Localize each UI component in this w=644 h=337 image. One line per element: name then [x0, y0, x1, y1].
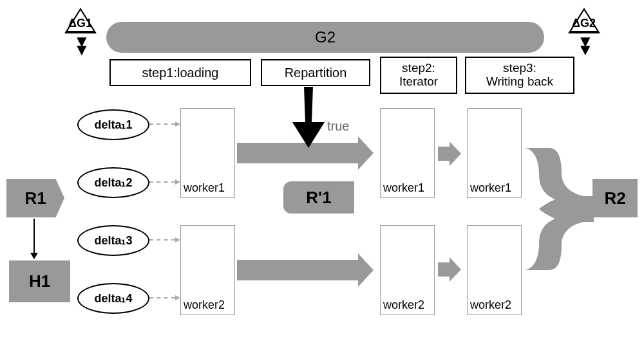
label-dg2: ΔG2 — [572, 17, 596, 30]
svg-marker-0 — [292, 87, 325, 148]
arrow-d2 — [149, 181, 175, 183]
r1-tag: R1 — [6, 179, 64, 217]
delta4: delta₁4 — [77, 283, 149, 314]
arrow-dg2: ▼▼ — [577, 37, 594, 54]
pipeline-diagram: ΔG1 ▼▼ ΔG2 ▼▼ G2 step1:loading Repartiti… — [6, 6, 638, 331]
g2-bar: G2 — [106, 22, 544, 53]
step3-label: step3: Writing back — [486, 62, 553, 89]
iter-worker2: worker2 — [380, 225, 435, 315]
step1-box: step1:loading — [109, 59, 251, 86]
step2-label: step2: Iterator — [399, 62, 438, 89]
delta2: delta₁2 — [77, 167, 149, 198]
g2-label: G2 — [315, 28, 336, 46]
rprime1: R'1 — [283, 181, 354, 214]
repartition-label: Repartition — [285, 66, 347, 80]
arrow-d1 — [149, 123, 175, 125]
small-arrow-top — [438, 147, 451, 161]
arrow-d4 — [149, 297, 175, 298]
small-arrow-bot — [438, 262, 451, 277]
converge-to-r2 — [523, 148, 594, 270]
arrow-dg1: ▼▼ — [73, 37, 90, 54]
label-dg1: ΔG1 — [68, 17, 92, 30]
wb-worker1: worker1 — [467, 108, 522, 198]
repartition-box: Repartition — [261, 59, 370, 86]
h1-box: H1 — [9, 260, 70, 302]
load-worker2: worker2 — [180, 225, 235, 315]
load-worker1: worker1 — [180, 108, 235, 198]
iter-worker1: worker1 — [380, 108, 435, 198]
r2-tag: R2 — [592, 179, 638, 217]
step2-box: step2: Iterator — [380, 57, 457, 94]
step1-label: step1:loading — [142, 66, 219, 80]
step3-box: step3: Writing back — [465, 57, 574, 94]
wb-worker2: worker2 — [467, 225, 522, 315]
delta3: delta₁3 — [77, 225, 149, 256]
thick-arrow-bot — [237, 260, 359, 280]
r1-to-h1-arrow — [33, 219, 35, 254]
true-label: true — [327, 119, 349, 134]
arrow-d3 — [149, 239, 175, 241]
delta1: delta₁1 — [77, 109, 149, 140]
repartition-down-arrow — [292, 87, 325, 151]
